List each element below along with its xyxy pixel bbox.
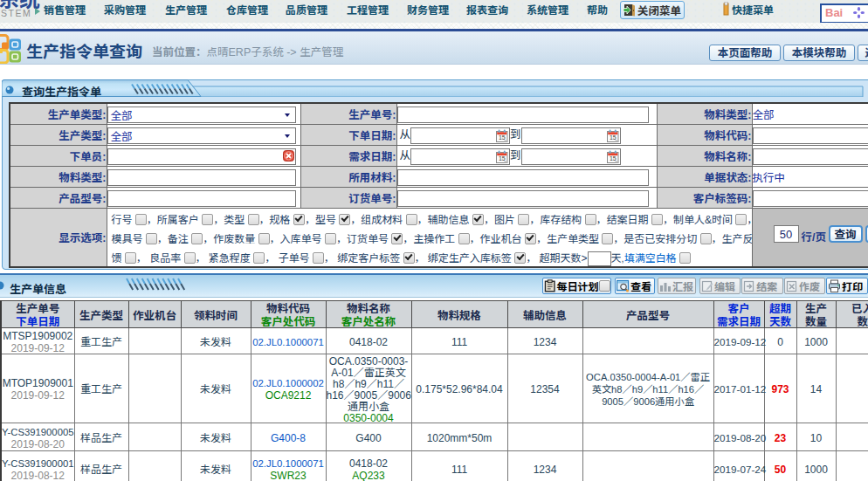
svg-text:15: 15 [499,134,506,141]
svg-text:15: 15 [499,155,506,161]
svg-text:15: 15 [609,155,616,161]
svg-text:15: 15 [609,134,616,141]
